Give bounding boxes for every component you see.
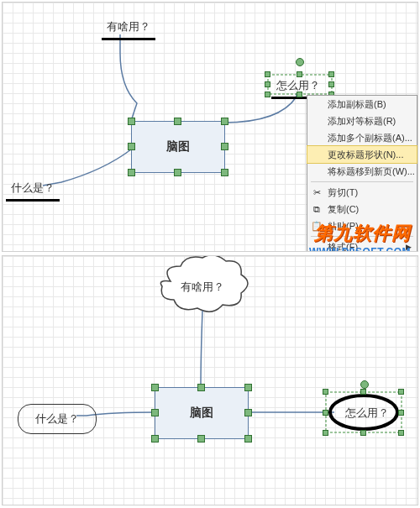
sel-handle[interactable] xyxy=(151,384,159,391)
sel-handle[interactable] xyxy=(265,92,270,97)
topic-right-label: 怎么用？ xyxy=(276,79,320,92)
sel-handle[interactable] xyxy=(151,435,159,443)
sel-handle[interactable] xyxy=(328,71,334,77)
watermark-cn: 第九软件网 xyxy=(309,221,411,246)
sel-handle[interactable] xyxy=(128,118,135,125)
topic-left[interactable]: 什么是？ xyxy=(6,179,60,202)
menu-item-label: 添加对等标题(R) xyxy=(328,115,396,128)
topic-top-label: 有啥用？ xyxy=(181,280,224,293)
menu-item[interactable]: 更改标题形状(N)... xyxy=(307,145,417,164)
diagram-panel-1: 脑图 有啥用？ 怎么用？ 什么是？ 添加副标题(B)添加对等标题(R)添加多个副… xyxy=(2,2,418,252)
center-node[interactable]: 脑图 xyxy=(131,121,225,173)
sel-handle[interactable] xyxy=(360,389,366,395)
rotation-handle[interactable] xyxy=(296,58,304,66)
sel-handle[interactable] xyxy=(174,118,181,125)
menu-item[interactable]: 添加多个副标题(A)... xyxy=(307,129,417,146)
sel-handle[interactable] xyxy=(323,389,328,395)
menu-separator xyxy=(311,181,413,182)
topic-top-label: 有啥用？ xyxy=(107,20,150,33)
sel-handle[interactable] xyxy=(398,430,404,436)
watermark-url: WWW.D9SOFT.COM xyxy=(309,246,411,252)
menu-item-label: 将标题移到新页(W)... xyxy=(328,165,415,178)
topic-top[interactable]: 有啥用？ xyxy=(181,280,224,295)
sel-handle[interactable] xyxy=(297,71,302,77)
menu-item[interactable]: 添加对等标题(R) xyxy=(307,113,417,129)
sel-handle[interactable] xyxy=(151,409,159,416)
menu-item-label: 更改标题形状(N)... xyxy=(328,149,403,161)
topic-top[interactable]: 有啥用？ xyxy=(102,18,155,40)
sel-handle[interactable] xyxy=(244,409,252,416)
sel-handle[interactable] xyxy=(197,384,205,391)
topic-right-label: 怎么用？ xyxy=(345,406,389,419)
topic-left[interactable]: 什么是？ xyxy=(18,404,97,434)
watermark: 第九软件网 WWW.D9SOFT.COM xyxy=(309,221,411,252)
sel-handle[interactable] xyxy=(265,71,270,77)
sel-handle[interactable] xyxy=(128,169,135,176)
sel-handle[interactable] xyxy=(128,143,135,150)
center-node-label: 脑图 xyxy=(166,139,190,154)
menu-item-label: 添加多个副标题(A)... xyxy=(328,132,412,144)
sel-handle[interactable] xyxy=(360,430,366,436)
sel-handle[interactable] xyxy=(297,92,302,97)
menu-item-label: 复制(C) xyxy=(328,203,359,216)
rotation-handle[interactable] xyxy=(360,380,369,389)
topic-left-label: 什么是？ xyxy=(35,412,79,425)
sel-handle[interactable] xyxy=(328,81,334,87)
sel-handle[interactable] xyxy=(221,169,228,176)
diagram-panel-2: 脑图 有啥用？ 什么是？ 怎么用？ xyxy=(2,255,418,505)
sel-handle[interactable] xyxy=(197,435,205,443)
center-node[interactable]: 脑图 xyxy=(155,387,249,439)
sel-handle[interactable] xyxy=(265,81,270,87)
menu-item[interactable]: ⧉复制(C) xyxy=(307,201,417,217)
sel-handle[interactable] xyxy=(323,410,328,416)
sel-handle[interactable] xyxy=(244,435,252,443)
menu-item[interactable]: ✂剪切(T) xyxy=(307,184,417,201)
menu-icon: ⧉ xyxy=(311,203,323,215)
sel-handle[interactable] xyxy=(244,384,252,391)
sel-handle[interactable] xyxy=(221,118,228,125)
menu-icon: ✂ xyxy=(311,186,323,198)
menu-item[interactable]: 添加副标题(B) xyxy=(307,96,417,113)
center-node-label: 脑图 xyxy=(190,406,213,421)
sel-handle[interactable] xyxy=(174,169,181,176)
topic-left-label: 什么是？ xyxy=(11,181,55,194)
menu-item-label: 添加副标题(B) xyxy=(328,98,386,111)
sel-handle[interactable] xyxy=(323,430,328,436)
sel-handle[interactable] xyxy=(398,410,404,416)
topic-right[interactable]: 怎么用？ xyxy=(345,406,389,421)
sel-handle[interactable] xyxy=(221,143,228,150)
sel-handle[interactable] xyxy=(398,389,404,395)
menu-item-label: 剪切(T) xyxy=(328,186,358,199)
menu-item[interactable]: 将标题移到新页(W)... xyxy=(307,163,417,180)
